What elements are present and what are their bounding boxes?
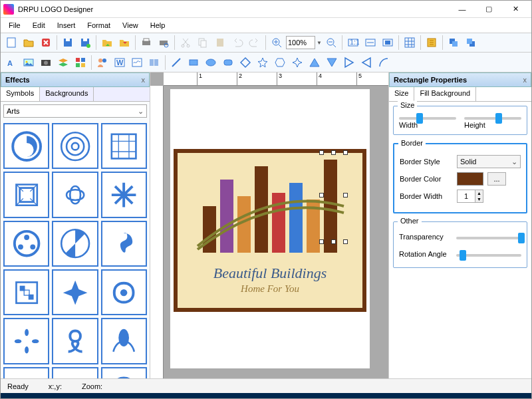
triangle-left-tool[interactable] xyxy=(358,55,374,70)
symbol-item[interactable] xyxy=(52,269,98,315)
zoom-input[interactable] xyxy=(286,36,315,49)
spin-up-icon[interactable]: ▲ xyxy=(475,190,483,196)
canvas-paper[interactable]: Beautiful Buildings Home For You xyxy=(170,89,370,368)
paste-button[interactable] xyxy=(212,35,228,51)
tab-size[interactable]: Size xyxy=(389,87,414,101)
close-button[interactable]: ✕ xyxy=(502,2,529,17)
symbol-item[interactable] xyxy=(101,367,147,378)
word-tool[interactable]: W xyxy=(112,55,128,70)
send-back-button[interactable] xyxy=(463,35,479,51)
delete-button[interactable] xyxy=(38,35,54,51)
export-button[interactable] xyxy=(116,35,132,51)
selection-handle[interactable] xyxy=(319,239,324,244)
grid-button[interactable] xyxy=(402,35,418,51)
triangle-down-tool[interactable] xyxy=(324,55,340,70)
selection-handle[interactable] xyxy=(331,239,336,244)
print-button[interactable] xyxy=(138,35,154,51)
menu-view[interactable]: View xyxy=(117,20,144,31)
symbol-item[interactable] xyxy=(52,367,98,378)
border-style-select[interactable]: Solid ⌄ xyxy=(457,155,521,168)
properties-close-icon[interactable]: x xyxy=(523,76,527,84)
line-tool[interactable] xyxy=(168,55,184,70)
symbol-item[interactable] xyxy=(3,269,49,315)
new-button[interactable] xyxy=(3,35,19,51)
people-tool[interactable] xyxy=(94,55,110,70)
border-width-spinner[interactable]: ▲▼ xyxy=(457,190,483,203)
symbol-item[interactable] xyxy=(101,221,147,267)
tab-symbols[interactable]: Symbols xyxy=(1,87,40,101)
star4-tool[interactable] xyxy=(289,55,305,70)
symbol-item[interactable] xyxy=(3,221,49,267)
zoom-out-button[interactable] xyxy=(323,35,339,51)
triangle-up-tool[interactable] xyxy=(307,55,323,70)
width-slider[interactable] xyxy=(399,117,456,120)
save-button[interactable] xyxy=(60,35,76,51)
symbol-item[interactable] xyxy=(101,318,147,364)
border-color-swatch[interactable] xyxy=(457,172,483,186)
rect-tool[interactable] xyxy=(186,55,201,70)
star-tool[interactable] xyxy=(255,55,271,70)
print-preview-button[interactable] xyxy=(156,35,172,51)
minimize-button[interactable]: — xyxy=(449,2,475,17)
fit-page-button[interactable] xyxy=(380,35,396,51)
triangle-right-tool[interactable] xyxy=(341,55,357,70)
selection-handle[interactable] xyxy=(343,150,348,155)
hexagon-tool[interactable] xyxy=(272,55,288,70)
menu-edit[interactable]: Edit xyxy=(27,20,51,31)
border-color-picker-button[interactable]: ... xyxy=(487,172,506,186)
camera-tool[interactable] xyxy=(38,55,54,70)
arc-tool[interactable] xyxy=(376,55,392,70)
transparency-slider[interactable] xyxy=(456,237,521,239)
symbol-category-select[interactable]: Arts ⌄ xyxy=(3,104,147,118)
maximize-button[interactable]: ▢ xyxy=(475,2,502,17)
bring-front-button[interactable] xyxy=(446,35,462,51)
symbol-item[interactable] xyxy=(52,123,98,169)
symbol-item[interactable] xyxy=(52,172,98,217)
fit-width-button[interactable] xyxy=(362,35,378,51)
barcode-tool[interactable] xyxy=(146,55,162,70)
properties-button[interactable] xyxy=(424,35,440,51)
open-button[interactable] xyxy=(21,35,37,51)
selection-handle[interactable] xyxy=(343,239,348,244)
copy-button[interactable] xyxy=(195,35,211,51)
symbol-item[interactable] xyxy=(101,269,147,315)
text-tool[interactable]: A xyxy=(3,55,19,70)
symbol-item[interactable] xyxy=(3,172,49,217)
canvas-area[interactable]: 1 2 3 4 5 Beautiful Buildings Home For Y… xyxy=(150,72,388,378)
image-tool[interactable] xyxy=(21,55,37,70)
selection-handle[interactable] xyxy=(319,193,324,198)
diamond-tool[interactable] xyxy=(237,55,253,70)
logo-design[interactable]: Beautiful Buildings Home For You xyxy=(174,149,366,312)
save-as-button[interactable] xyxy=(77,35,93,51)
tab-fill-background[interactable]: Fill Background xyxy=(414,87,476,101)
menu-format[interactable]: Format xyxy=(82,20,116,31)
ellipse-tool[interactable] xyxy=(203,55,219,70)
rounded-rect-tool[interactable] xyxy=(220,55,236,70)
selection-handle[interactable] xyxy=(319,150,324,155)
actual-size-button[interactable]: 1:1 xyxy=(345,35,361,51)
symbol-item[interactable] xyxy=(52,318,98,364)
selection-handle[interactable] xyxy=(343,193,348,198)
import-button[interactable] xyxy=(99,35,115,51)
menu-insert[interactable]: Insert xyxy=(52,20,81,31)
symbol-item[interactable] xyxy=(3,123,49,169)
symbol-item[interactable] xyxy=(52,221,98,267)
redo-button[interactable] xyxy=(247,35,263,51)
spin-down-icon[interactable]: ▼ xyxy=(475,196,483,202)
effects-close-icon[interactable]: x xyxy=(142,76,146,84)
symbol-item[interactable] xyxy=(3,367,49,378)
undo-button[interactable] xyxy=(229,35,245,51)
zoom-in-button[interactable] xyxy=(269,35,285,51)
tab-backgrounds[interactable]: Backgrounds xyxy=(40,87,94,101)
symbol-item[interactable] xyxy=(101,172,147,217)
menu-help[interactable]: Help xyxy=(145,20,171,31)
border-width-input[interactable] xyxy=(458,190,475,202)
pattern-tool[interactable] xyxy=(72,55,88,70)
zoom-dropdown-icon[interactable]: ▼ xyxy=(317,40,322,46)
height-slider[interactable] xyxy=(464,117,521,120)
selection-handle[interactable] xyxy=(331,150,336,155)
symbol-item[interactable] xyxy=(101,123,147,169)
cut-button[interactable] xyxy=(178,35,194,51)
rotation-slider[interactable] xyxy=(456,254,521,257)
menu-file[interactable]: File xyxy=(3,20,26,31)
